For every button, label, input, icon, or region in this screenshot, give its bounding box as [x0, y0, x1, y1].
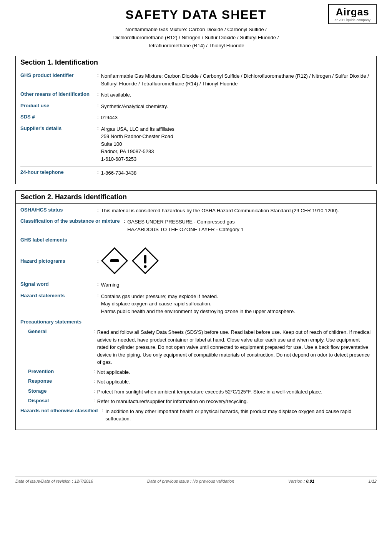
footer-prev-issue: Date of previous issue : No previous val…: [147, 479, 234, 483]
signal-word-value: Warning: [101, 281, 372, 289]
osha-row: OSHA/HCS status : This material is consi…: [20, 207, 372, 215]
page-title: SAFETY DATA SHEET: [15, 8, 377, 22]
osha-value: This material is considered hazardous by…: [101, 207, 372, 215]
footer-version: Version : 0.01: [288, 479, 314, 483]
general-row: General : Read and follow all Safety Dat…: [20, 328, 372, 366]
section-2-title: Section 2. Hazards identification: [16, 191, 376, 204]
signal-word-label: Signal word: [20, 281, 97, 287]
footer-version-value: 0.01: [306, 479, 314, 483]
hazards-not-classified-label: Hazards not otherwise classified: [20, 408, 102, 413]
classification-row: Classification of the substance or mixtu…: [20, 218, 372, 233]
classification-label: Classification of the substance or mixtu…: [20, 218, 124, 224]
gas-cylinder-pictogram: [101, 247, 128, 274]
footer-date-issue: Date of issue/Date of revision : 12/7/20…: [15, 479, 93, 483]
precautionary-header-row: Precautionary statements: [20, 319, 372, 325]
logo-area: Airgas an Air Liquide company: [328, 4, 377, 24]
sds-row: SDS # : 019443: [20, 114, 372, 122]
logo-name: Airgas: [334, 6, 370, 18]
supplier-value: Airgas USA, LLC and its affiliates 259 N…: [101, 125, 372, 163]
disposal-value: Refer to manufacturer/supplier for infor…: [97, 398, 372, 405]
other-means-row: Other means of identification : Not avai…: [20, 91, 372, 99]
supplier-label: Supplier's details: [20, 125, 97, 131]
svg-rect-1: [110, 259, 119, 262]
svg-rect-3: [144, 255, 146, 263]
product-use-label: Product use: [20, 103, 97, 108]
telephone-label: 24-hour telephone: [20, 169, 97, 175]
hazard-statements-label: Hazard statements: [20, 293, 97, 298]
header-subtitle: Nonflammable Gas Mixture: Carbon Dioxide…: [15, 26, 377, 50]
storage-value: Protect from sunlight when ambient tempe…: [97, 388, 372, 396]
footer-date-issue-date: 12/7/2016: [74, 479, 93, 483]
storage-label: Storage: [20, 388, 93, 394]
sds-value: 019443: [101, 114, 372, 122]
telephone-value: 1-866-734-3438: [101, 169, 372, 177]
precautionary-label: Precautionary statements: [20, 319, 97, 325]
hazard-statements-row: Hazard statements : Contains gas under p…: [20, 293, 372, 315]
response-label: Response: [20, 378, 93, 384]
disposal-label: Disposal: [20, 398, 93, 403]
classification-value: GASES UNDER PRESSURE - Compressed gas HA…: [127, 218, 372, 233]
disposal-row: Disposal : Refer to manufacturer/supplie…: [20, 398, 372, 405]
exclamation-pictogram: [132, 247, 159, 274]
hazards-not-classified-row: Hazards not otherwise classified : In ad…: [20, 408, 372, 423]
section-1-title: Section 1. Identification: [16, 56, 376, 69]
ghs-label-elements-header: GHS label elements: [20, 237, 372, 243]
section-2: Section 2. Hazards identification OSHA/H…: [15, 190, 377, 430]
signal-word-row: Signal word : Warning: [20, 281, 372, 289]
hazard-pictograms-value: [101, 244, 372, 277]
page-footer: Date of issue/Date of revision : 12/7/20…: [15, 476, 377, 483]
ghs-product-identifier-row: GHS product identifier : Nonflammable Ga…: [20, 72, 372, 87]
sds-label: SDS #: [20, 114, 97, 120]
footer-prev-date: No previous validation: [193, 479, 234, 483]
general-label: General: [20, 328, 93, 334]
hazard-statements-value: Contains gas under pressure; may explode…: [101, 293, 372, 315]
svg-point-4: [144, 265, 146, 268]
prevention-value: Not applicable.: [97, 368, 372, 376]
storage-row: Storage : Protect from sunlight when amb…: [20, 388, 372, 396]
telephone-row: 24-hour telephone : 1-866-734-3438: [20, 169, 372, 177]
response-value: Not applicable.: [97, 378, 372, 386]
section-1: Section 1. Identification GHS product id…: [15, 56, 377, 184]
hazards-not-classified-value: In addition to any other important healt…: [105, 408, 372, 423]
other-means-value: Not available.: [101, 91, 372, 99]
other-means-label: Other means of identification: [20, 91, 97, 97]
response-row: Response : Not applicable.: [20, 378, 372, 386]
product-use-row: Product use : Synthetic/Analytical chemi…: [20, 103, 372, 110]
product-use-value: Synthetic/Analytical chemistry.: [101, 103, 372, 110]
supplier-row: Supplier's details : Airgas USA, LLC and…: [20, 125, 372, 163]
logo-tagline: an Air Liquide company: [334, 18, 370, 22]
ghs-product-identifier-label: GHS product identifier: [20, 72, 97, 78]
prevention-row: Prevention : Not applicable.: [20, 368, 372, 376]
footer-page: 1/12: [369, 479, 377, 483]
general-value: Read and follow all Safety Data Sheets (…: [97, 328, 372, 366]
hazard-pictograms-label: Hazard pictograms: [20, 258, 97, 264]
ghs-product-identifier-value: Nonflammable Gas Mixture: Carbon Dioxide…: [101, 72, 372, 87]
hazard-pictograms-row: Hazard pictograms :: [20, 244, 372, 277]
osha-label: OSHA/HCS status: [20, 207, 97, 213]
prevention-label: Prevention: [20, 368, 93, 374]
